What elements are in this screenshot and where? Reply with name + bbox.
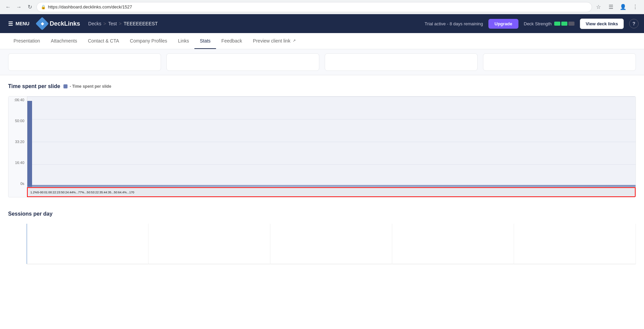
bookmark-icon[interactable]: ☆ (596, 4, 601, 10)
summary-card-3 (325, 53, 478, 71)
annotation-box: 1.2%5-00:01:00:22:23:50:24:44%...77%...5… (27, 187, 636, 197)
sessions-col-2 (149, 224, 270, 264)
grid-line-0 (27, 97, 636, 97)
menu-label: MENU (16, 21, 29, 26)
url-text: https://dashboard.decklinks.com/deck/152… (48, 4, 132, 9)
strength-bar-1 (554, 22, 560, 26)
sessions-chart (8, 224, 636, 264)
back-button[interactable]: ← (4, 3, 12, 11)
chart-legend: - Time spent per slide (63, 84, 111, 89)
sessions-col-5 (514, 224, 636, 264)
strength-bars (554, 22, 574, 26)
sessions-col-1 (27, 224, 149, 264)
sessions-col-3 (270, 224, 392, 264)
browser-chrome: ← → ↻ 🔒 https://dashboard.decklinks.com/… (0, 0, 644, 14)
breadcrumb-sep1: > (103, 21, 106, 26)
grid-line-3 (27, 164, 636, 165)
time-per-slide-section: Time spent per slide - Time spent per sl… (8, 83, 636, 197)
logo-area: ◆ DeckLinks (37, 19, 80, 28)
time-per-slide-chart: :06:40 50:00 33:20 16:40 0s (8, 96, 636, 197)
tab-links[interactable]: Links (172, 33, 194, 49)
summary-strip (0, 49, 644, 75)
app-navbar: ☰ MENU ◆ DeckLinks Decks > Test > TEEEEE… (0, 14, 644, 33)
trial-badge: Trial active - 8 days remaining (425, 21, 483, 26)
strength-bar-2 (561, 22, 567, 26)
tab-feedback[interactable]: Feedback (216, 33, 247, 49)
tab-preview[interactable]: Preview client link ↗ (247, 33, 301, 49)
chart-scrollbar-area[interactable]: 1.2%5-00:01:00:22:23:50:24:44%...77%...5… (27, 187, 636, 197)
help-button[interactable]: ? (629, 19, 639, 28)
y-label-1: 50:00 (15, 119, 24, 123)
tab-contact-cta[interactable]: Contact & CTA (82, 33, 124, 49)
summary-card-1 (8, 53, 161, 71)
profile-button[interactable]: 👤 (618, 2, 628, 12)
breadcrumb-current: TEEEEEEEEST (124, 21, 158, 26)
strength-bar-3 (568, 22, 574, 26)
forward-button[interactable]: → (15, 3, 23, 11)
main-content: Time spent per slide - Time spent per sl… (0, 75, 644, 272)
chart-title-text: Time spent per slide (8, 83, 60, 89)
sessions-per-day-section: Sessions per day (8, 211, 636, 264)
y-label-3: 16:40 (15, 161, 24, 165)
menu-dots-button[interactable]: ⋮ (630, 2, 640, 12)
deck-strength-area: Deck Strength (524, 21, 574, 26)
y-label-2: 33:20 (15, 140, 24, 144)
breadcrumb-sep2: > (119, 21, 122, 26)
extensions-button[interactable]: ☰ (606, 2, 616, 12)
annotation-text: 1.2%5-00:01:00:22:23:50:24:44%...77%...5… (30, 191, 632, 194)
view-deck-button[interactable]: View deck links (580, 19, 624, 29)
chart-title-time: Time spent per slide - Time spent per sl… (8, 83, 636, 89)
chart-bar-tall (27, 101, 32, 187)
y-label-4: 0s (20, 182, 24, 186)
tab-presentation[interactable]: Presentation (8, 33, 46, 49)
breadcrumb-decks[interactable]: Decks (88, 21, 101, 26)
external-link-icon: ↗ (293, 38, 296, 43)
logo-text: DeckLinks (50, 20, 80, 27)
legend-dot (63, 84, 68, 88)
breadcrumb-test[interactable]: Test (108, 21, 117, 26)
tab-company-profiles[interactable]: Company Profiles (125, 33, 173, 49)
chart-plot-area (27, 97, 636, 187)
breadcrumb: Decks > Test > TEEEEEEEEST (88, 21, 158, 26)
summary-card-2 (166, 53, 319, 71)
chart-y-axis: :06:40 50:00 33:20 16:40 0s (8, 97, 27, 187)
lock-icon: 🔒 (41, 5, 46, 9)
tab-navigation: Presentation Attachments Contact & CTA C… (0, 33, 644, 49)
logo-diamond: ◆ (35, 17, 49, 30)
tab-attachments[interactable]: Attachments (46, 33, 83, 49)
summary-card-4 (483, 53, 636, 71)
reload-button[interactable]: ↻ (26, 3, 34, 11)
browser-actions: ☰ 👤 ⋮ (606, 2, 640, 12)
grid-line-2 (27, 142, 636, 142)
sessions-col-4 (392, 224, 514, 264)
sessions-grid (27, 224, 636, 264)
hamburger-icon: ☰ (8, 21, 13, 27)
grid-line-1 (27, 119, 636, 119)
y-label-0: :06:40 (14, 98, 24, 102)
sessions-chart-title: Sessions per day (8, 211, 636, 217)
legend-label: - Time spent per slide (70, 84, 111, 89)
hamburger-menu-button[interactable]: ☰ MENU (5, 19, 32, 28)
address-bar[interactable]: 🔒 https://dashboard.decklinks.com/deck/1… (36, 2, 592, 12)
deck-strength-label: Deck Strength (524, 21, 552, 26)
sessions-title-text: Sessions per day (8, 211, 53, 217)
upgrade-button[interactable]: Upgrade (488, 19, 518, 29)
tab-stats[interactable]: Stats (194, 33, 216, 49)
